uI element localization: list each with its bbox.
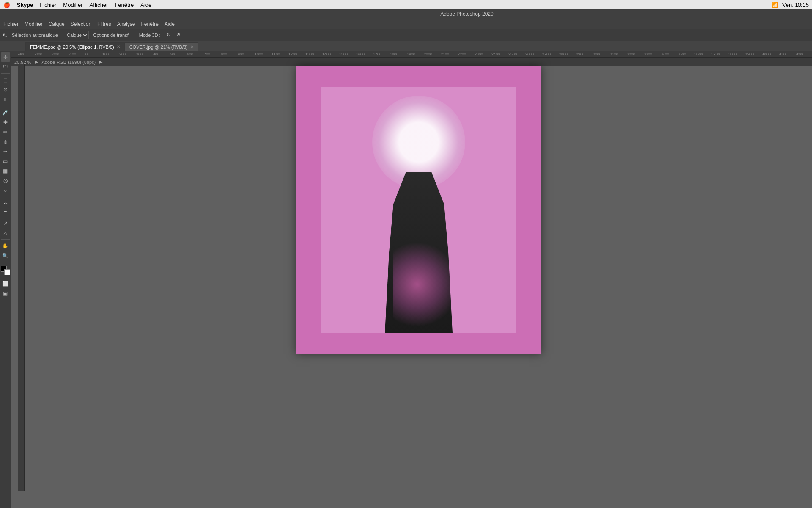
ps-menu-modifier[interactable]: Modifier <box>25 21 43 27</box>
ps-menu-fenetre[interactable]: Fenêtre <box>141 21 158 27</box>
skype-app-label[interactable]: Skype <box>17 2 33 8</box>
canvas-workspace[interactable] <box>18 58 812 500</box>
ps-menu-fichier[interactable]: Fichier <box>3 21 19 27</box>
tool-sep4 <box>1 239 10 240</box>
ps-document-inner <box>321 87 516 333</box>
ruler-n3: -200 <box>52 52 69 56</box>
ps-canvas-content[interactable] <box>18 58 812 500</box>
select-tool[interactable]: ⬚ <box>1 62 10 72</box>
menu-fichier[interactable]: Fichier <box>40 2 56 8</box>
ps-document[interactable] <box>296 66 541 354</box>
shape-tool[interactable]: △ <box>1 228 10 237</box>
options-transf-label: Options de transf. <box>91 32 132 39</box>
ruler-n7: 200 <box>119 52 136 56</box>
ruler-n4: -100 <box>69 52 85 56</box>
ps-menu-selection[interactable]: Sélection <box>71 21 91 27</box>
apple-icon[interactable]: 🍎 <box>3 2 10 8</box>
screen-mode-btn[interactable]: ▣ <box>1 289 10 298</box>
ruler-n9: 400 <box>153 52 170 56</box>
tool-sep2 <box>1 106 10 106</box>
selection-auto-icon: ↖ <box>3 32 8 39</box>
ruler-top: -400 -300 -200 -100 0 100 200 300 400 50… <box>11 51 812 58</box>
tab-cover-close[interactable]: ✕ <box>190 44 194 49</box>
ps-optbar: ↖ Sélection automatique : Calque Options… <box>0 29 812 41</box>
zoom-tool[interactable]: 🔍 <box>1 251 10 260</box>
ps-canvas-area: -400 -300 -200 -100 0 100 200 300 400 50… <box>11 51 812 508</box>
tool-sep5 <box>1 262 10 262</box>
mode-3d-label: Mode 3D : <box>137 32 162 39</box>
lasso-tool[interactable]: ⌶ <box>1 75 10 85</box>
time-display: Ven. 10:15 <box>782 2 809 8</box>
menu-fenetre[interactable]: Fenêtre <box>115 2 134 8</box>
history-tool[interactable]: ⤺ <box>1 147 10 156</box>
ruler-n1: -400 <box>18 52 35 56</box>
wifi-icon: 📶 <box>771 2 778 8</box>
eyedropper-tool[interactable]: 💉 <box>1 108 10 117</box>
tab-femme-close[interactable]: ✕ <box>117 44 120 49</box>
heal-tool[interactable]: ✚ <box>1 118 10 127</box>
tool-sep1 <box>1 73 10 74</box>
brush-tool[interactable]: ✏ <box>1 127 10 137</box>
ps-menu-aide[interactable]: Aide <box>165 21 175 27</box>
tab-femme[interactable]: FEMME.psd @ 20,5% (Ellipse 1, RVB/8) ✕ <box>25 42 125 51</box>
clone-tool[interactable]: ⊕ <box>1 137 10 146</box>
tool-sep3 <box>1 197 10 197</box>
crop-tool[interactable]: ⌗ <box>1 95 10 104</box>
ruler-n5: 0 <box>85 52 102 56</box>
ps-menubar: Fichier Modifier Calque Sélection Filtre… <box>0 19 812 29</box>
mac-menu-items: Fichier Modifier Afficher Fenêtre Aide <box>40 2 151 8</box>
silhouette-flowers <box>393 236 453 333</box>
path-select-tool[interactable]: ↗ <box>1 218 10 228</box>
figure-silhouette <box>376 172 461 333</box>
selection-auto-label: Sélection automatique : <box>10 32 62 39</box>
mac-menubar: 🍎 Skype Fichier Modifier Afficher Fenêtr… <box>0 0 812 9</box>
hand-tool[interactable]: ✋ <box>1 241 10 251</box>
ps-tabs: FEMME.psd @ 20,5% (Ellipse 1, RVB/8) ✕ C… <box>0 41 812 51</box>
quick-select-tool[interactable]: ⊙ <box>1 85 10 94</box>
menu-modifier[interactable]: Modifier <box>63 2 82 8</box>
text-tool[interactable]: T <box>1 209 10 218</box>
move-tool[interactable]: ✛ <box>1 52 10 62</box>
silhouette-body <box>376 172 461 333</box>
calque-select[interactable]: Calque <box>65 31 89 39</box>
pen-tool[interactable]: ✒ <box>1 199 10 208</box>
blur-tool[interactable]: ◎ <box>1 176 10 185</box>
gradient-tool[interactable]: ▦ <box>1 166 10 176</box>
menu-afficher[interactable]: Afficher <box>90 2 108 8</box>
dodge-tool[interactable]: ○ <box>1 186 10 195</box>
ruler-n6: 100 <box>102 52 119 56</box>
rotate-icon[interactable]: ↻ <box>165 31 172 39</box>
ps-menu-analyse[interactable]: Analyse <box>117 21 135 27</box>
tab-cover[interactable]: COVER.jpg @ 21% (RVB/8) ✕ <box>125 42 198 51</box>
ruler-left <box>18 64 25 491</box>
background-color[interactable] <box>4 269 10 275</box>
ps-titlebar: Adobe Photoshop 2020 <box>0 9 812 19</box>
ruler-numbers: -400 -300 -200 -100 0 100 200 300 400 50… <box>11 52 812 56</box>
ps-menu-calque[interactable]: Calque <box>49 21 65 27</box>
menu-aide[interactable]: Aide <box>140 2 151 8</box>
quick-mask-btn[interactable]: ⬜ <box>1 279 10 288</box>
ps-menu-filtres[interactable]: Filtres <box>97 21 111 27</box>
ruler-n2: -300 <box>35 52 52 56</box>
tool-sep6 <box>1 277 10 277</box>
tool-colors[interactable] <box>1 266 10 275</box>
tab-cover-label: COVER.jpg @ 21% (RVB/8) <box>129 44 188 50</box>
ps-main: ✛ ⬚ ⌶ ⊙ ⌗ 💉 ✚ ✏ ⊕ ⤺ ▭ ▦ ◎ ○ ✒ T ↗ △ ✋ 🔍 <box>0 51 812 508</box>
left-toolbar: ✛ ⬚ ⌶ ⊙ ⌗ 💉 ✚ ✏ ⊕ ⤺ ▭ ▦ ◎ ○ ✒ T ↗ △ ✋ 🔍 <box>0 51 11 508</box>
eraser-tool[interactable]: ▭ <box>1 157 10 166</box>
tab-femme-label: FEMME.psd @ 20,5% (Ellipse 1, RVB/8) <box>30 44 114 50</box>
reset-icon[interactable]: ↺ <box>175 31 182 39</box>
ruler-n8: 300 <box>136 52 153 56</box>
ps-title: Adobe Photoshop 2020 <box>440 11 493 17</box>
